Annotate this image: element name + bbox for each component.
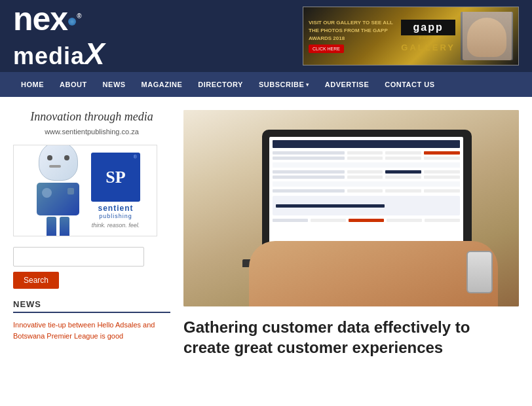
nav-news[interactable]: NEWS [95, 72, 134, 97]
banner-text: VISIT OUR GALLERY TO SEE ALL THE PHOTOS … [309, 19, 396, 54]
logo-media: mediaX [13, 37, 105, 71]
logo-nex: nex® [13, 1, 105, 37]
sidebar-tagline: Innovation through media [13, 110, 170, 124]
sentient-logo: SP ® sentient publishing think. reason. … [91, 153, 140, 229]
gapp-logo-area: gapp awards GALLERY [396, 20, 461, 52]
laptop-image [183, 110, 519, 306]
nav-subscribe[interactable]: SUBSCRIBE ▾ [251, 72, 317, 97]
nav-contact[interactable]: CONTACT US [377, 72, 442, 97]
sidebar: Innovation through media www.sentientpub… [13, 110, 170, 358]
nav-home[interactable]: HOME [13, 72, 52, 97]
sidebar-advertisement[interactable]: SP ® sentient publishing think. reason. … [13, 145, 157, 236]
chevron-down-icon: ▾ [306, 82, 309, 88]
robot-figure [30, 145, 86, 236]
main-nav: HOME ABOUT NEWS MAGAZINE DIRECTORY SUBSC… [0, 72, 532, 97]
news-section-title: NEWS [13, 299, 170, 313]
nav-directory[interactable]: DIRECTORY [190, 72, 251, 97]
article-area: Gathering customer data effectively to c… [183, 110, 519, 358]
site-header: nex® mediaX VISIT OUR GALLERY TO SEE ALL… [0, 0, 532, 72]
nav-magazine[interactable]: MAGAZINE [134, 72, 191, 97]
article-headline: Gathering customer data effectively to c… [183, 317, 519, 358]
search-input[interactable] [13, 247, 144, 267]
sidebar-url: www.sentientpublishing.co.za [13, 128, 170, 136]
click-here-button[interactable]: CLICK HERE [309, 45, 344, 54]
main-content: Innovation through media www.sentientpub… [0, 97, 532, 371]
news-item-link[interactable]: Innovative tie-up between Hello Adsales … [13, 320, 170, 341]
search-button[interactable]: Search [13, 272, 59, 289]
nav-about[interactable]: ABOUT [52, 72, 95, 97]
article-image [183, 110, 519, 306]
banner-advertisement[interactable]: VISIT OUR GALLERY TO SEE ALL THE PHOTOS … [303, 7, 519, 65]
logo[interactable]: nex® mediaX [13, 1, 105, 71]
nav-advertise[interactable]: ADVERTISE [317, 72, 377, 97]
phone-object [466, 251, 493, 293]
banner-person-image [461, 12, 513, 60]
